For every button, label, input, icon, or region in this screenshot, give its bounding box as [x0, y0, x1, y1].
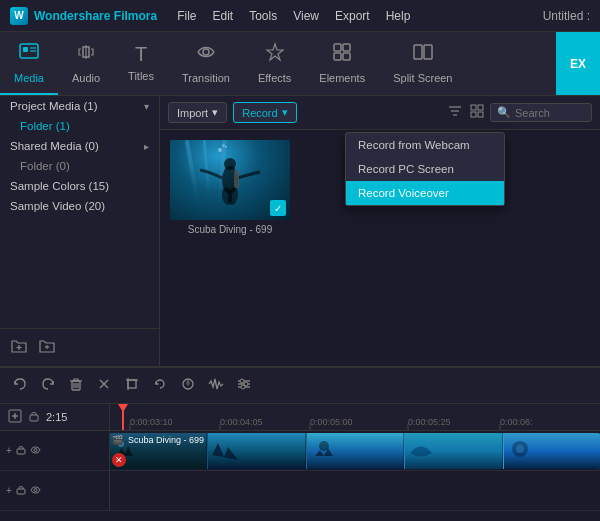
svg-point-54 [34, 488, 37, 491]
import-label: Import [177, 107, 208, 119]
link-folder-icon[interactable] [38, 337, 56, 358]
menu-export[interactable]: Export [335, 9, 370, 23]
timeline-add-track[interactable] [8, 409, 22, 425]
rotate-left-button[interactable] [150, 374, 170, 397]
cut-button[interactable] [94, 374, 114, 397]
content-toolbar-icons [448, 104, 484, 121]
svg-rect-21 [478, 112, 483, 117]
sidebar-folder-1-label: Folder (1) [20, 120, 70, 132]
menu-help[interactable]: Help [386, 9, 411, 23]
menu-view[interactable]: View [293, 9, 319, 23]
track-labels: + + [0, 431, 110, 511]
track-content: 🎬 Scuba Diving - 699 ✕ [110, 431, 600, 511]
svg-rect-11 [424, 45, 432, 59]
audio-track-label: + [0, 471, 109, 511]
toolbar-audio[interactable]: Audio [58, 32, 114, 95]
color-button[interactable] [178, 374, 198, 397]
main-area: Project Media (1) ▾ Folder (1) Shared Me… [0, 96, 600, 366]
track-label-icons: + [6, 445, 41, 457]
menu-bar: File Edit Tools View Export Help [177, 9, 410, 23]
add-audio-track-icon[interactable]: + [6, 485, 12, 497]
sidebar-item-folder-0[interactable]: Folder (0) [0, 156, 159, 176]
import-dropdown[interactable]: Import ▾ [168, 102, 227, 123]
search-input[interactable] [515, 107, 585, 119]
audio-icon [75, 41, 97, 68]
sidebar-item-shared-media[interactable]: Shared Media (0) ▸ [0, 136, 159, 156]
video-clip[interactable]: 🎬 Scuba Diving - 699 ✕ [110, 433, 600, 469]
adjust-button[interactable] [234, 374, 254, 397]
toolbar-split-screen[interactable]: Split Screen [379, 32, 466, 95]
sidebar-arrow-shared: ▸ [144, 141, 149, 152]
record-dropdown[interactable]: Record ▾ [233, 102, 296, 123]
delete-button[interactable] [66, 374, 86, 397]
playhead [122, 404, 124, 430]
menu-file[interactable]: File [177, 9, 196, 23]
toolbar-effects[interactable]: Effects [244, 32, 305, 95]
titles-icon: T [135, 43, 147, 66]
video-track-label: + [0, 431, 109, 471]
record-pc-screen-item[interactable]: Record PC Screen [346, 157, 504, 181]
toolbar-split-screen-label: Split Screen [393, 72, 452, 84]
audio-wave-button[interactable] [206, 374, 226, 397]
toolbar-elements[interactable]: Elements [305, 32, 379, 95]
sidebar-item-sample-colors[interactable]: Sample Colors (15) [0, 176, 159, 196]
undo-button[interactable] [10, 374, 30, 397]
sidebar-actions [0, 328, 159, 366]
sidebar-item-project-media[interactable]: Project Media (1) ▾ [0, 96, 159, 116]
toolbar-elements-label: Elements [319, 72, 365, 84]
toolbar-effects-label: Effects [258, 72, 291, 84]
add-track-icon[interactable]: + [6, 445, 12, 457]
eye-audio-icon[interactable] [30, 485, 41, 497]
record-webcam-item[interactable]: Record from Webcam [346, 133, 504, 157]
record-arrow: ▾ [282, 106, 288, 119]
svg-rect-19 [478, 105, 483, 110]
ruler-ticks [110, 404, 600, 430]
toolbar-transition[interactable]: Transition [168, 32, 244, 95]
svg-point-39 [240, 379, 244, 383]
toolbar-audio-label: Audio [72, 72, 100, 84]
sidebar-sample-colors-label: Sample Colors (15) [10, 180, 109, 192]
main-toolbar: Media Audio T Titles Transition [0, 32, 600, 96]
svg-rect-6 [334, 44, 341, 51]
svg-rect-8 [334, 53, 341, 60]
svg-rect-10 [414, 45, 422, 59]
redo-button[interactable] [38, 374, 58, 397]
toolbar-media[interactable]: Media [0, 32, 58, 95]
search-box[interactable]: 🔍 [490, 103, 592, 122]
toolbar-titles-label: Titles [128, 70, 154, 82]
sidebar: Project Media (1) ▾ Folder (1) Shared Me… [0, 96, 160, 366]
crop-button[interactable] [122, 374, 142, 397]
svg-rect-1 [23, 47, 28, 52]
svg-rect-26 [234, 170, 239, 188]
sidebar-item-sample-video[interactable]: Sample Video (20) [0, 196, 159, 216]
sidebar-item-folder-1[interactable]: Folder (1) [0, 116, 159, 136]
toolbar-media-label: Media [14, 72, 44, 84]
svg-rect-45 [30, 415, 38, 421]
sidebar-content: Project Media (1) ▾ Folder (1) Shared Me… [0, 96, 159, 328]
content-area: Import ▾ Record ▾ [160, 96, 600, 366]
transition-icon [195, 41, 217, 68]
timeline-track-area: + + [0, 431, 600, 511]
add-folder-icon[interactable] [10, 337, 28, 358]
record-voiceover-item[interactable]: Record Voiceover [346, 181, 504, 205]
svg-point-4 [203, 49, 209, 55]
record-label: Record [242, 107, 277, 119]
lock-audio-icon[interactable] [16, 485, 26, 497]
lock-track-icon[interactable] [16, 445, 26, 457]
export-button[interactable]: EX [556, 32, 600, 95]
eye-icon[interactable] [30, 445, 41, 457]
record-dropdown-menu: Record from Webcam Record PC Screen Reco… [345, 132, 505, 206]
toolbar-titles[interactable]: T Titles [114, 32, 168, 95]
clip-delete-button[interactable]: ✕ [112, 453, 126, 467]
timeline-area: 2:15 0:00:03:10 0:00:04:05 0:00:05:00 0:… [0, 366, 600, 521]
menu-tools[interactable]: Tools [249, 9, 277, 23]
grid-view-icon[interactable] [470, 104, 484, 121]
media-item-scuba[interactable]: ✓ Scuba Diving - 699 [170, 140, 290, 235]
svg-rect-9 [343, 53, 350, 60]
svg-rect-32 [128, 380, 136, 388]
audio-track-icons: + [6, 485, 41, 497]
import-arrow: ▾ [212, 106, 218, 119]
menu-edit[interactable]: Edit [212, 9, 233, 23]
filter-icon[interactable] [448, 104, 462, 121]
svg-rect-18 [471, 105, 476, 110]
